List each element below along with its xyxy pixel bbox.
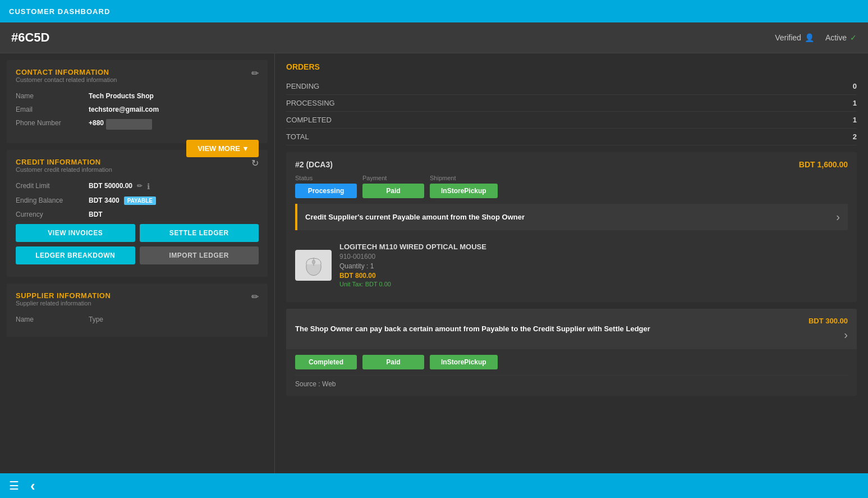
product-name: LOGITECH M110 WIRED OPTICAL MOUSE bbox=[339, 243, 486, 251]
verified-status: Verified 👤 bbox=[775, 33, 814, 42]
active-label: Active bbox=[825, 33, 847, 42]
contact-email-row: Email techstore@gmail.com bbox=[16, 106, 259, 113]
bottom-bar: ☰ ‹ bbox=[0, 473, 868, 498]
product-sku: 910-001600 bbox=[339, 253, 486, 261]
order1-status-badge: Processing bbox=[295, 184, 357, 198]
credit-limit-row: Credit Limit BDT 50000.00 ✏ ℹ bbox=[16, 182, 259, 191]
callout1[interactable]: Credit Supplier's current Payable amount… bbox=[295, 204, 848, 230]
view-more-label: VIEW MORE bbox=[198, 144, 240, 153]
product-qty: Quantity : 1 bbox=[339, 262, 486, 270]
callout1-text: Credit Supplier's current Payable amount… bbox=[305, 213, 525, 221]
header-status: Verified 👤 Active ✓ bbox=[775, 33, 857, 42]
shipment-col-label: Shipment bbox=[430, 175, 498, 181]
supplier-info-card: SUPPLIER INFORMATION Supplier related in… bbox=[7, 284, 268, 337]
order2-shipment-col: InStorePickup bbox=[430, 355, 498, 369]
processing-label: PROCESSING bbox=[286, 99, 335, 107]
completed-value: 1 bbox=[853, 116, 857, 124]
contact-phone-row: Phone Number +880 bbox=[16, 119, 259, 130]
left-panel: CONTACT INFORMATION Customer contact rel… bbox=[0, 53, 275, 473]
refresh-icon[interactable]: ↻ bbox=[251, 158, 259, 168]
order2-divider bbox=[295, 375, 848, 376]
orders-title: ORDERS bbox=[286, 62, 857, 71]
ending-balance-label: Ending Balance bbox=[16, 197, 89, 205]
view-invoices-button[interactable]: VIEW INVOICES bbox=[16, 224, 135, 242]
credit-info-card: CREDIT INFORMATION Customer credit relat… bbox=[7, 150, 268, 277]
contact-edit-icon[interactable]: ✏ bbox=[251, 68, 259, 79]
product-row: LOGITECH M110 WIRED OPTICAL MOUSE 910-00… bbox=[295, 236, 848, 294]
callout2-content: The Shop Owner can pay back a certain am… bbox=[295, 323, 650, 335]
source-row: Source : Web bbox=[295, 380, 848, 388]
credit-btn-row2: LEDGER BREAKDOWN IMPORT LEDGER bbox=[16, 246, 259, 264]
order1-shipment-badge: InStorePickup bbox=[430, 184, 498, 198]
product-price: BDT 800.00 bbox=[339, 272, 486, 280]
right-panel: ORDERS PENDING 0 PROCESSING 1 COMPLETED … bbox=[275, 53, 868, 473]
view-more-button[interactable]: VIEW MORE ▾ bbox=[186, 140, 259, 157]
callout2-text: The Shop Owner can pay back a certain am… bbox=[295, 325, 650, 333]
credit-limit-value: BDT 50000.00 bbox=[89, 182, 132, 191]
currency-value: BDT bbox=[89, 211, 103, 218]
product-details: LOGITECH M110 WIRED OPTICAL MOUSE 910-00… bbox=[339, 243, 486, 287]
back-icon[interactable]: ‹ bbox=[30, 477, 35, 495]
order2-right: BDT 300.00 › bbox=[809, 317, 848, 341]
credit-section-header: CREDIT INFORMATION Customer credit relat… bbox=[16, 158, 259, 180]
email-value: techstore@gmail.com bbox=[89, 106, 159, 113]
ending-balance-row: Ending Balance BDT 3400 PAYABLE bbox=[16, 197, 259, 205]
order2-card: Completed Paid InStorePickup Source : We… bbox=[286, 349, 857, 396]
status-col-label: Status bbox=[295, 175, 357, 181]
active-status: Active ✓ bbox=[825, 33, 857, 42]
contact-section-subtitle: Customer contact related information bbox=[16, 76, 117, 83]
supplier-edit-icon[interactable]: ✏ bbox=[251, 291, 259, 302]
menu-icon[interactable]: ☰ bbox=[9, 479, 19, 492]
mouse-product-svg bbox=[302, 254, 325, 276]
currency-row: Currency BDT bbox=[16, 211, 259, 218]
phone-label: Phone Number bbox=[16, 119, 89, 130]
payment-col-label: Payment bbox=[362, 175, 424, 181]
order1-shipment-col: Shipment InStorePickup bbox=[430, 175, 498, 198]
import-ledger-button[interactable]: IMPORT LEDGER bbox=[140, 246, 259, 264]
order1-payment-badge: Paid bbox=[362, 184, 424, 198]
completed-stat-row: COMPLETED 1 bbox=[286, 112, 857, 129]
credit-limit-edit-icon[interactable]: ✏ bbox=[137, 182, 143, 191]
order2-status-badge: Completed bbox=[295, 355, 357, 369]
verified-icon: 👤 bbox=[805, 33, 814, 42]
supplier-section-header: SUPPLIER INFORMATION Supplier related in… bbox=[16, 291, 259, 313]
order1-amount: BDT 1,600.00 bbox=[799, 160, 848, 169]
main-content: CONTACT INFORMATION Customer contact rel… bbox=[0, 53, 868, 473]
customer-id: #6C5D bbox=[11, 30, 49, 45]
pending-label: PENDING bbox=[286, 82, 319, 90]
ledger-breakdown-button[interactable]: LEDGER BREAKDOWN bbox=[16, 246, 135, 264]
order2-status-cols: Completed Paid InStorePickup bbox=[295, 355, 848, 369]
order-card-1: #2 (DCA3) BDT 1,600.00 Status Processing… bbox=[286, 152, 857, 302]
verified-label: Verified bbox=[775, 33, 801, 42]
order2-shipment-badge: InStorePickup bbox=[430, 355, 498, 369]
info-icon: ℹ bbox=[147, 182, 150, 191]
supplier-section-subtitle: Supplier related information bbox=[16, 300, 111, 307]
checkmark-icon: ✓ bbox=[850, 33, 857, 42]
orders-section: ORDERS PENDING 0 PROCESSING 1 COMPLETED … bbox=[275, 53, 868, 145]
pending-value: 0 bbox=[853, 82, 857, 90]
contact-section-title: CONTACT INFORMATION bbox=[16, 68, 117, 76]
name-value: Tech Products Shop bbox=[89, 92, 154, 100]
callout1-chevron-icon: › bbox=[836, 211, 840, 223]
credit-section-title: CREDIT INFORMATION bbox=[16, 158, 112, 166]
app-title: CUSTOMER DASHBOARD bbox=[9, 7, 110, 16]
currency-label: Currency bbox=[16, 211, 89, 218]
supplier-name-type-header: Name Type bbox=[16, 316, 259, 323]
supplier-type-col-label: Type bbox=[89, 316, 162, 323]
order2-payment-badge: Paid bbox=[362, 355, 424, 369]
completed-label: COMPLETED bbox=[286, 116, 332, 124]
processing-value: 1 bbox=[853, 99, 857, 107]
ending-balance-value: BDT 3400 bbox=[89, 197, 120, 205]
supplier-section-title: SUPPLIER INFORMATION bbox=[16, 291, 111, 300]
order1-id: #2 (DCA3) bbox=[295, 160, 333, 169]
settle-ledger-button[interactable]: SETTLE LEDGER bbox=[140, 224, 259, 242]
order1-status-col: Status Processing bbox=[295, 175, 357, 198]
callout2[interactable]: The Shop Owner can pay back a certain am… bbox=[286, 309, 857, 349]
contact-info-card: CONTACT INFORMATION Customer contact rel… bbox=[7, 60, 268, 143]
processing-stat-row: PROCESSING 1 bbox=[286, 95, 857, 112]
phone-value: +880 bbox=[89, 119, 104, 130]
payable-badge: PAYABLE bbox=[124, 197, 156, 205]
order1-header: #2 (DCA3) BDT 1,600.00 bbox=[295, 160, 848, 169]
top-bar: CUSTOMER DASHBOARD bbox=[0, 0, 868, 22]
phone-blur bbox=[106, 119, 152, 130]
